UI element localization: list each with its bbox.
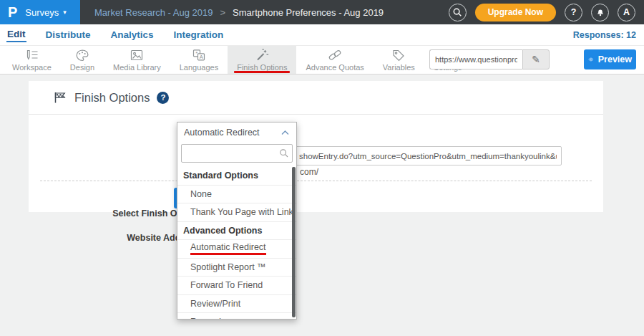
finish-options-help-icon[interactable]: ? [157, 92, 169, 104]
topbar-actions: Upgrade Now ? A [449, 4, 644, 21]
survey-url-group: ✎ [429, 49, 550, 69]
dropdown-option-none[interactable]: None [177, 186, 296, 204]
edit-url-button[interactable]: ✎ [522, 49, 550, 69]
toolbar-item-finish-options[interactable]: Finish Options [228, 46, 296, 74]
dropdown-search-input[interactable] [181, 144, 293, 163]
svg-text:A: A [200, 54, 203, 60]
chequered-flag-icon [53, 91, 67, 104]
preview-button[interactable]: Preview [584, 49, 636, 69]
chevron-up-icon [280, 130, 290, 135]
dropdown-option-thank-you-page-with-link[interactable]: Thank You Page with Link [177, 203, 296, 222]
surveys-menu[interactable]: P Surveys ▾ [0, 0, 80, 24]
palette-icon [74, 48, 90, 62]
toolbar-item-variables[interactable]: Variables [374, 46, 424, 74]
product-menu-label: Surveys [25, 7, 59, 18]
dropdown-option-spotlight-report[interactable]: Spotlight Report ™ [177, 259, 296, 277]
pencil-icon: ✎ [532, 54, 540, 65]
dropdown-option-forward-to-friend[interactable]: Forward To Friend [177, 277, 296, 295]
search-button[interactable] [449, 4, 467, 21]
questionpro-logo-icon: P [8, 5, 17, 19]
panel-header: Finish Options ? [29, 81, 603, 115]
tab-distribute[interactable]: Distribute [45, 29, 92, 42]
dropdown-option-list: Standard Options None Thank You Page wit… [177, 167, 296, 319]
toolbar-item-workspace[interactable]: Workspace [3, 46, 61, 74]
survey-url-input[interactable] [429, 49, 522, 69]
section-tabs: Edit Distribute Analytics Integration Re… [0, 24, 644, 45]
tab-edit[interactable]: Edit [6, 28, 26, 42]
search-icon [278, 148, 289, 158]
automatic-redirect-red-annotation: Automatic Redirect [190, 242, 266, 255]
dropdown-group-advanced-options: Advanced Options [177, 222, 296, 241]
tab-analytics[interactable]: Analytics [110, 29, 155, 42]
top-navigation-bar: P Surveys ▾ Market Research - Aug 2019 >… [0, 0, 644, 24]
toolbar-item-media-library[interactable]: Media Library [104, 46, 170, 74]
eye-icon [588, 55, 594, 64]
image-icon [129, 48, 145, 62]
responses-count[interactable]: Responses: 12 [573, 30, 644, 40]
magic-wand-icon [254, 48, 270, 62]
breadcrumb-separator: > [220, 7, 225, 18]
bell-icon [595, 7, 605, 17]
help-button[interactable]: ? [565, 4, 582, 21]
dropdown-option-rewards[interactable]: Rewards [177, 313, 296, 319]
form-divider [40, 181, 592, 181]
breadcrumb: Market Research - Aug 2019 > Smartphone … [94, 7, 384, 18]
toolbar-item-languages[interactable]: * A Languages [170, 46, 228, 74]
finish-options-red-annotation [234, 71, 290, 73]
breadcrumb-parent-link[interactable]: Market Research - Aug 2019 [94, 7, 213, 18]
account-avatar-button[interactable]: A [618, 4, 635, 21]
dropdown-group-standard-options: Standard Options [177, 167, 296, 186]
dropdown-search-wrap [177, 143, 296, 165]
toolbar-item-design[interactable]: Design [61, 46, 104, 74]
search-icon [452, 6, 463, 18]
dropdown-selected-value[interactable]: Automatic Redirect [177, 123, 296, 143]
workspace-icon [24, 48, 39, 62]
page-title: Finish Options [74, 91, 150, 105]
finish-option-dropdown: Automatic Redirect Standard Options None… [177, 122, 297, 320]
dropdown-option-automatic-redirect[interactable]: Automatic Redirect [177, 240, 296, 259]
notifications-button[interactable] [591, 4, 609, 21]
avatar: A [623, 7, 630, 17]
breadcrumb-current: Smartphone Preferences - Aug 2019 [233, 7, 384, 18]
tag-icon [391, 48, 406, 62]
toolbar-item-advance-quotas[interactable]: Advance Quotas [296, 46, 373, 74]
upgrade-now-button[interactable]: Upgrade Now [475, 4, 556, 21]
website-helper-text: com/ [300, 167, 318, 177]
dropdown-scrollbar[interactable] [292, 167, 296, 317]
question-mark-icon: ? [571, 7, 577, 17]
questionpro-app: P Surveys ▾ Market Research - Aug 2019 >… [0, 0, 644, 336]
caret-down-icon: ▾ [63, 9, 67, 16]
tab-integration[interactable]: Integration [173, 29, 225, 42]
translate-icon: * A [191, 48, 207, 62]
chain-links-icon [327, 48, 343, 62]
dropdown-option-review-print[interactable]: Review/Print [177, 295, 296, 314]
